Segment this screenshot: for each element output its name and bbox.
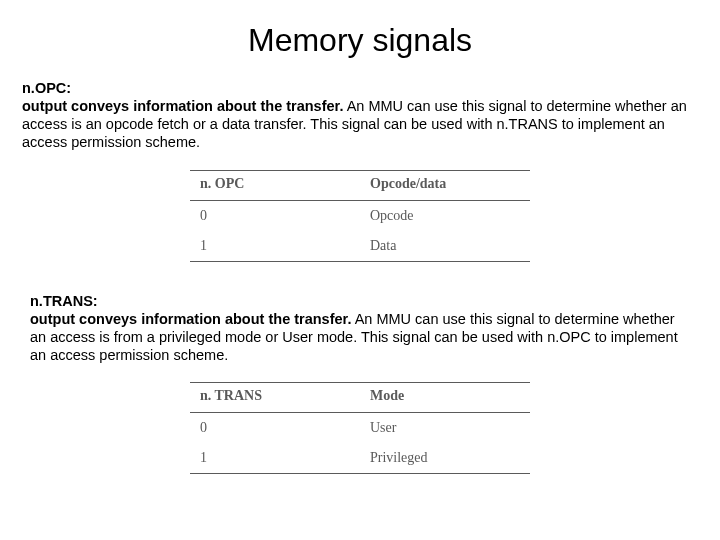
table-row: 0 Opcode [190, 200, 530, 231]
table-cell: 0 [190, 200, 360, 231]
nopc-heading: n.OPC: [22, 80, 71, 96]
table-cell: Opcode [360, 200, 530, 231]
table-header: n. TRANS [190, 383, 360, 413]
table-row: 1 Data [190, 231, 530, 262]
ntrans-heading: n.TRANS: [30, 293, 98, 309]
table-cell: 0 [190, 413, 360, 444]
table-row: 0 User [190, 413, 530, 444]
page-title: Memory signals [0, 0, 720, 79]
table-cell: User [360, 413, 530, 444]
table-ntrans: n. TRANS Mode 0 User 1 Privileged [190, 382, 530, 474]
nopc-lead: output conveys information about the tra… [22, 98, 343, 114]
table-nopc: n. OPC Opcode/data 0 Opcode 1 Data [190, 170, 530, 262]
table-row: 1 Privileged [190, 443, 530, 474]
table-cell: Privileged [360, 443, 530, 474]
section-nopc: n.OPC: output conveys information about … [0, 79, 720, 152]
table-cell: 1 [190, 231, 360, 262]
table-header: n. OPC [190, 170, 360, 200]
table-header: Opcode/data [360, 170, 530, 200]
section-ntrans: n.TRANS: output conveys information abou… [0, 292, 720, 365]
table-cell: 1 [190, 443, 360, 474]
ntrans-lead: output conveys information about the tra… [30, 311, 351, 327]
table-cell: Data [360, 231, 530, 262]
table-header: Mode [360, 383, 530, 413]
